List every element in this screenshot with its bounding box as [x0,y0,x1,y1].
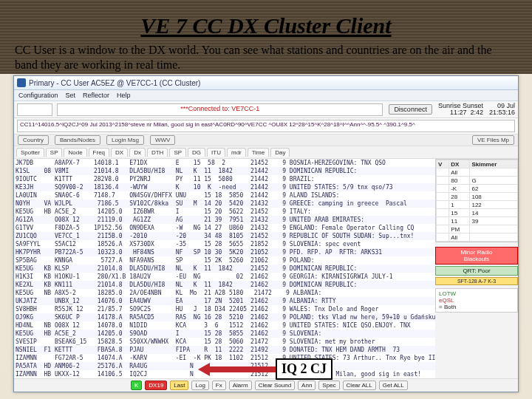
side-cell[interactable]: -K [449,185,470,193]
btn-dx[interactable]: DX19 [145,381,167,390]
table-row[interactable]: HK7PYHR PB722A-5 10323.0 HF84NS NF SP 10… [14,248,435,256]
btn-clearsound[interactable]: Clear Sound [255,381,295,390]
callout: IQ 2 CJ [198,358,332,380]
side-cell[interactable]: 15 [449,209,470,217]
btn-alarm[interactable]: Alarm [229,381,252,390]
col-sp2[interactable]: SP [169,148,186,157]
side-cell[interactable] [437,225,449,233]
col-mdr[interactable]: mdr [227,148,246,157]
col-files[interactable]: VE Files Mp [472,135,514,145]
table-row[interactable]: K1SL 08 V8MI 21014.8 DLA5BU/HI8 NL K 11 … [14,167,435,175]
btn-spec[interactable]: Spec [318,381,339,390]
raw-spot-line: CC11^14016.5^IQ2CJ^09 Jul 2013^2158^stev… [14,118,518,134]
arrow-body [210,366,276,372]
side-cell[interactable]: All [449,168,470,177]
table-row[interactable]: SV8HBH R5SJK 12 21/85.7 SO9C2S HU J 18 D… [14,305,435,313]
side-cell[interactable]: PM [449,225,470,233]
col-wwv[interactable]: WWV [150,135,175,145]
btn-fx[interactable]: Fx [212,381,226,390]
legend-box: LOTW eQSL = Both [435,288,518,313]
table-row[interactable]: SA9FYYL S5AC12 18526.A XS730DX -35 15 28… [14,240,435,248]
col-country[interactable]: Country [18,135,49,145]
table-row[interactable]: N0YH VA WJLPL 7186.5 SV102C/8kka SU M 14… [14,200,435,208]
col-dg[interactable]: DG [188,148,205,157]
legend-eqsl: eQSL [437,297,516,304]
connected-banner: ***Connected to: VE7CC-1 [57,103,383,116]
col-dx2[interactable]: Dx [129,148,146,157]
table-row[interactable]: LA0UIN SNA0C-6 7148.7 ON4SGV/DHFFX UNU 1… [14,191,435,200]
side-cell[interactable]: 39 [470,217,518,225]
disconnect-button[interactable]: Disconnect [389,104,432,115]
side-panel: VDXSkimmer All80G-K6228108112215141139PM… [435,159,518,378]
table-row[interactable]: KE5UG NB A8X5-2 18285.0 2A/OE4NBN KL Mo … [14,289,435,297]
table-row[interactable]: G1TVV F8DZA-5 1P152.56 ON9DEXA -W NG 14 … [14,224,435,232]
side-cell[interactable]: 11 [449,217,470,225]
side-cell[interactable]: All [449,233,470,242]
spot-table[interactable]: JK7DB A8APX-7 14018.1 E71DX E 15 58 2 21… [14,159,435,378]
side-cell[interactable] [470,168,518,177]
btn-ann[interactable]: Ann [298,381,316,390]
menu-set[interactable]: Set [66,92,76,99]
btn-log[interactable]: Log [191,381,208,390]
side-cell[interactable]: G [470,177,518,185]
btn-k[interactable]: K [131,381,142,390]
col-itu[interactable]: ITU [207,148,225,157]
col-node[interactable]: Node [64,148,86,157]
table-row[interactable]: KE5UG KB KLSP 21014.8 DLA5DU/HI8 NL K 11… [14,265,435,273]
menu-reflector[interactable]: Reflector [83,92,109,99]
side-cell[interactable] [437,177,449,185]
table-row[interactable]: NSNIEL F1 KETTT FBASA.8 PJAU FIPA R 11 2… [14,346,435,354]
col-time[interactable]: Time [248,148,269,157]
btn-getall[interactable]: Get ALL [379,381,408,390]
side-cell[interactable]: 80 [449,177,470,185]
menu-configuration[interactable]: Configuration [18,92,58,99]
side-cell[interactable]: 122 [470,201,518,209]
table-row[interactable]: SVESIP BSEAK6_15 15828.5 S50XX/WNWHX KCA… [14,338,435,346]
table-row[interactable]: OJ9KG SK6UC P 14178.A RA5ACD5 RAS NG 16 … [14,313,435,321]
raw-spot-text[interactable]: CC11^14016.5^IQ2CJ^09 Jul 2013^2158^stev… [17,120,515,132]
side-h-dx: DX [449,160,470,168]
legend-lotw: LOTW [437,290,516,297]
col-bands[interactable]: Bands/Nodes [55,135,100,145]
sft-status: SFT-128 A-7 K-3 [435,277,518,285]
small-input[interactable] [17,103,52,116]
side-cell[interactable] [437,217,449,225]
side-cell[interactable] [470,233,518,242]
col-login[interactable]: Login Msg [106,135,144,145]
col-dth[interactable]: DTH [147,148,168,157]
table-row[interactable]: KE5UG HB AC5E_2 14205.0 IZ6BWR I 15 20 5… [14,208,435,216]
table-row[interactable]: 9IOUTC K1TTT 282V8.0 PY2NRJ PY 11 15 508… [14,175,435,183]
side-cell[interactable]: 1 [449,201,470,209]
side-cell[interactable] [437,233,449,242]
side-cell[interactable]: 62 [470,185,518,193]
side-cell[interactable] [437,209,449,217]
table-row[interactable]: SP5BAG KNNGA 5727.A NFA9ANS SP 15 2K 526… [14,256,435,265]
col-day[interactable]: Day [270,148,290,157]
side-cell[interactable] [437,201,449,209]
side-cell[interactable] [470,225,518,233]
col-dx[interactable]: DX [111,148,128,157]
table-row[interactable]: UKJATZ UNBX_12 14076.0 EA4UWV EA 17 2N 5… [14,297,435,305]
side-cell[interactable] [437,193,449,201]
table-row[interactable]: H1K3I KB H1OKU-1 280/X1.B 18AU2V -EU NG … [14,273,435,281]
side-cell[interactable]: 28 [449,193,470,201]
side-cell[interactable] [437,185,449,193]
geo-banner: Minor RadioBlackouts [435,247,518,265]
side-cell[interactable]: 108 [470,193,518,201]
btn-clearall[interactable]: Clear ALL [343,381,376,390]
table-row[interactable]: KE5UG HB AC5E_2 14205.0 S9OAD I 15 28 58… [14,330,435,338]
qrt-status: QRT: Poor [435,266,518,276]
col-freq[interactable]: Freq [89,148,109,157]
table-row[interactable]: HD4NL NB O08X 12 14078.0 N1DID KCA 3 6 1… [14,321,435,330]
menu-help[interactable]: Help [117,92,131,99]
btn-last[interactable]: Last [170,381,188,390]
table-row[interactable]: KE2XL KB KN111 21014.8 DLA5DU/HI8 NL K 1… [14,281,435,289]
table-row[interactable]: AG1ZA O08X 12 21119.0 AG1ZZ AG 21 39 795… [14,216,435,224]
side-cell[interactable]: 14 [470,209,518,217]
col-sp[interactable]: SP [46,148,63,157]
side-cell[interactable] [437,168,449,177]
table-row[interactable]: ZU1CQO VE7CC_1 21I5B.0 -2010 -20 34 48 8… [14,232,435,240]
col-spotter[interactable]: Spotter [16,148,44,157]
table-row[interactable]: JK7DB A8APX-7 14018.1 E71DX E 15 58 2 21… [14,159,435,167]
table-row[interactable]: KE3JH SQ9V00-2 18136.4 -WUYW K 10 K -nee… [14,183,435,191]
